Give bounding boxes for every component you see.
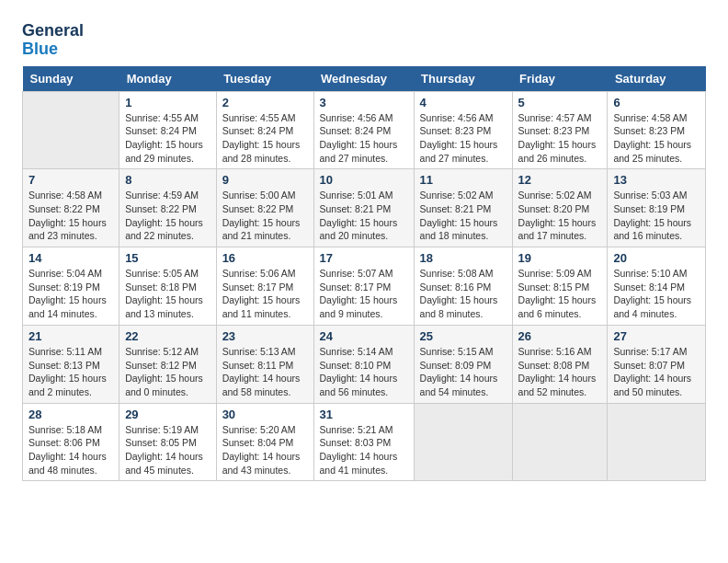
day-number: 22 [125,329,210,343]
calendar-cell: 13Sunrise: 5:03 AM Sunset: 8:19 PM Dayli… [608,169,706,247]
calendar-cell: 10Sunrise: 5:01 AM Sunset: 8:21 PM Dayli… [313,169,414,247]
day-number: 3 [320,96,408,109]
day-info: Sunrise: 5:05 AM Sunset: 8:18 PM Dayligh… [125,267,210,321]
day-info: Sunrise: 4:57 AM Sunset: 8:23 PM Dayligh… [518,111,602,166]
day-number: 6 [613,96,700,109]
logo: General Blue GeneralBlue [22,22,84,59]
day-number: 19 [518,251,602,265]
calendar-cell: 14Sunrise: 5:04 AM Sunset: 8:19 PM Dayli… [23,247,119,326]
calendar-cell: 28Sunrise: 5:18 AM Sunset: 8:06 PM Dayli… [23,403,119,481]
calendar-cell: 23Sunrise: 5:13 AM Sunset: 8:11 PM Dayli… [216,325,313,403]
calendar-week-1: 1Sunrise: 4:55 AM Sunset: 8:24 PM Daylig… [23,91,706,169]
day-info: Sunrise: 5:19 AM Sunset: 8:05 PM Dayligh… [125,423,210,477]
day-info: Sunrise: 5:01 AM Sunset: 8:21 PM Dayligh… [320,189,408,243]
day-info: Sunrise: 5:08 AM Sunset: 8:16 PM Dayligh… [420,267,506,321]
day-number: 16 [222,251,308,265]
day-info: Sunrise: 4:55 AM Sunset: 8:24 PM Dayligh… [125,111,210,166]
calendar-cell: 12Sunrise: 5:02 AM Sunset: 8:20 PM Dayli… [512,169,608,247]
weekday-header-tuesday: Tuesday [216,66,313,92]
calendar-cell: 21Sunrise: 5:11 AM Sunset: 8:13 PM Dayli… [23,325,119,403]
day-info: Sunrise: 5:18 AM Sunset: 8:06 PM Dayligh… [28,423,113,477]
calendar-cell: 5Sunrise: 4:57 AM Sunset: 8:23 PM Daylig… [512,91,608,169]
day-info: Sunrise: 5:21 AM Sunset: 8:03 PM Dayligh… [320,423,408,477]
calendar-cell: 4Sunrise: 4:56 AM Sunset: 8:23 PM Daylig… [414,91,512,169]
calendar-cell [512,403,608,481]
calendar-week-2: 7Sunrise: 4:58 AM Sunset: 8:22 PM Daylig… [23,169,706,247]
calendar-cell: 19Sunrise: 5:09 AM Sunset: 8:15 PM Dayli… [512,247,608,326]
day-info: Sunrise: 4:56 AM Sunset: 8:23 PM Dayligh… [420,111,506,166]
day-number: 21 [28,329,113,343]
day-info: Sunrise: 5:02 AM Sunset: 8:21 PM Dayligh… [420,189,506,243]
calendar-cell: 9Sunrise: 5:00 AM Sunset: 8:22 PM Daylig… [216,169,313,247]
calendar-cell: 29Sunrise: 5:19 AM Sunset: 8:05 PM Dayli… [119,403,216,481]
day-info: Sunrise: 5:09 AM Sunset: 8:15 PM Dayligh… [518,267,602,321]
logo-text: GeneralBlue [22,22,84,59]
day-number: 10 [320,173,408,187]
day-number: 1 [125,96,210,109]
day-info: Sunrise: 5:15 AM Sunset: 8:09 PM Dayligh… [420,345,506,399]
day-info: Sunrise: 5:06 AM Sunset: 8:17 PM Dayligh… [222,267,308,321]
calendar-cell: 3Sunrise: 4:56 AM Sunset: 8:24 PM Daylig… [313,91,414,169]
day-number: 15 [125,251,210,265]
day-number: 31 [320,408,408,421]
calendar-cell: 27Sunrise: 5:17 AM Sunset: 8:07 PM Dayli… [608,325,706,403]
day-number: 26 [518,329,602,343]
calendar-cell: 20Sunrise: 5:10 AM Sunset: 8:14 PM Dayli… [608,247,706,326]
day-number: 4 [420,96,506,109]
weekday-header-saturday: Saturday [608,66,706,92]
day-number: 14 [28,251,113,265]
day-number: 8 [125,173,210,187]
day-info: Sunrise: 5:17 AM Sunset: 8:07 PM Dayligh… [613,345,700,399]
calendar-cell: 25Sunrise: 5:15 AM Sunset: 8:09 PM Dayli… [414,325,512,403]
weekday-header-friday: Friday [512,66,608,92]
day-number: 13 [613,173,700,187]
calendar-cell: 1Sunrise: 4:55 AM Sunset: 8:24 PM Daylig… [119,91,216,169]
calendar-cell [23,91,119,169]
calendar-cell: 2Sunrise: 4:55 AM Sunset: 8:24 PM Daylig… [216,91,313,169]
day-number: 25 [420,329,506,343]
weekday-header-thursday: Thursday [414,66,512,92]
calendar-cell: 6Sunrise: 4:58 AM Sunset: 8:23 PM Daylig… [608,91,706,169]
calendar-week-3: 14Sunrise: 5:04 AM Sunset: 8:19 PM Dayli… [23,247,706,326]
calendar-cell: 30Sunrise: 5:20 AM Sunset: 8:04 PM Dayli… [216,403,313,481]
calendar-week-5: 28Sunrise: 5:18 AM Sunset: 8:06 PM Dayli… [23,403,706,481]
day-info: Sunrise: 5:04 AM Sunset: 8:19 PM Dayligh… [28,267,113,321]
day-info: Sunrise: 4:58 AM Sunset: 8:23 PM Dayligh… [613,111,700,166]
weekday-header-wednesday: Wednesday [313,66,414,92]
day-number: 20 [613,251,700,265]
page-header: General Blue GeneralBlue [22,18,706,59]
day-number: 12 [518,173,602,187]
calendar-header: SundayMondayTuesdayWednesdayThursdayFrid… [23,66,706,92]
calendar-cell: 15Sunrise: 5:05 AM Sunset: 8:18 PM Dayli… [119,247,216,326]
day-info: Sunrise: 4:55 AM Sunset: 8:24 PM Dayligh… [222,111,308,166]
day-number: 28 [28,408,113,421]
day-number: 29 [125,408,210,421]
calendar-cell: 18Sunrise: 5:08 AM Sunset: 8:16 PM Dayli… [414,247,512,326]
day-number: 9 [222,173,308,187]
day-number: 7 [28,173,113,187]
day-number: 17 [320,251,408,265]
day-info: Sunrise: 5:00 AM Sunset: 8:22 PM Dayligh… [222,189,308,243]
day-info: Sunrise: 4:58 AM Sunset: 8:22 PM Dayligh… [28,189,113,243]
day-info: Sunrise: 5:02 AM Sunset: 8:20 PM Dayligh… [518,189,602,243]
day-info: Sunrise: 5:10 AM Sunset: 8:14 PM Dayligh… [613,267,700,321]
calendar-cell: 24Sunrise: 5:14 AM Sunset: 8:10 PM Dayli… [313,325,414,403]
day-info: Sunrise: 5:03 AM Sunset: 8:19 PM Dayligh… [613,189,700,243]
day-info: Sunrise: 5:14 AM Sunset: 8:10 PM Dayligh… [320,345,408,399]
calendar-cell: 11Sunrise: 5:02 AM Sunset: 8:21 PM Dayli… [414,169,512,247]
day-info: Sunrise: 5:07 AM Sunset: 8:17 PM Dayligh… [320,267,408,321]
day-number: 30 [222,408,308,421]
calendar-week-4: 21Sunrise: 5:11 AM Sunset: 8:13 PM Dayli… [23,325,706,403]
calendar-cell: 22Sunrise: 5:12 AM Sunset: 8:12 PM Dayli… [119,325,216,403]
calendar-cell: 31Sunrise: 5:21 AM Sunset: 8:03 PM Dayli… [313,403,414,481]
calendar-cell: 26Sunrise: 5:16 AM Sunset: 8:08 PM Dayli… [512,325,608,403]
weekday-header-sunday: Sunday [23,66,119,92]
day-info: Sunrise: 5:11 AM Sunset: 8:13 PM Dayligh… [28,345,113,399]
day-info: Sunrise: 5:13 AM Sunset: 8:11 PM Dayligh… [222,345,308,399]
day-info: Sunrise: 5:20 AM Sunset: 8:04 PM Dayligh… [222,423,308,477]
calendar-table: SundayMondayTuesdayWednesdayThursdayFrid… [22,66,706,482]
day-number: 5 [518,96,602,109]
calendar-cell: 8Sunrise: 4:59 AM Sunset: 8:22 PM Daylig… [119,169,216,247]
calendar-cell [608,403,706,481]
day-number: 23 [222,329,308,343]
